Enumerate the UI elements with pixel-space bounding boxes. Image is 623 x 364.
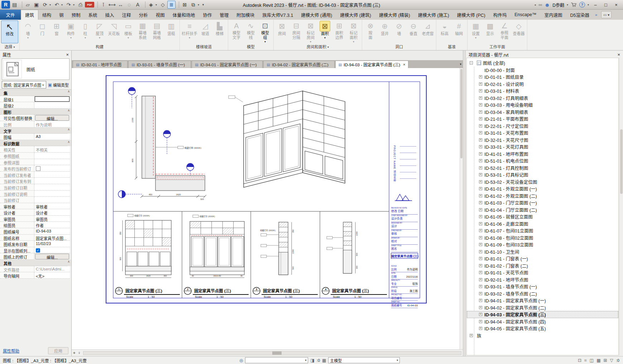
search-icon[interactable]: ○○ [538, 3, 542, 7]
tag-area-button[interactable]: 标记 面积 ▾ [346, 20, 361, 43]
sheet-item[interactable]: + ID-03-04 - 家具明细表 [467, 109, 618, 116]
expand-icon[interactable]: + [479, 145, 482, 148]
customize-qat-icon[interactable]: ▾ [201, 1, 205, 9]
set-workplane-button[interactable]: 设置 ▾ [469, 20, 483, 43]
property-row[interactable]: 可见性/图形替换 编辑... [0, 115, 71, 121]
view-tab[interactable]: ▤ ID-92-01 - 地坪节点图 [73, 61, 128, 68]
ref-plane-button[interactable]: 参照 平面 [497, 20, 512, 43]
default-3d-view-icon[interactable]: ◈ [147, 1, 155, 9]
area-boundary-button[interactable]: 面积 边界 [332, 20, 346, 43]
sep[interactable] [177, 1, 179, 8]
expand-icon[interactable]: + [479, 327, 482, 330]
property-row[interactable]: 参照详图 [0, 159, 71, 166]
expand-icon[interactable]: + [479, 222, 482, 225]
help-arrow-icon[interactable]: ▾ [588, 3, 589, 6]
expand-icon[interactable]: + [479, 180, 482, 183]
pin-icon[interactable]: ⊺ [99, 1, 107, 9]
export-pdf-icon[interactable]: PDF [85, 2, 94, 8]
property-row[interactable]: 标识数据 ∧ [0, 140, 71, 147]
property-row[interactable]: 当前修订发布者 [0, 172, 71, 178]
property-row[interactable]: 审图员 审图员 [0, 216, 71, 222]
select-links-toggle[interactable]: ⊡ [578, 358, 581, 363]
sheet-item[interactable]: + ID-61-02 - 外观立面图 (二) [467, 192, 618, 200]
filter-icon[interactable]: ▽ [610, 358, 613, 363]
view-tab-overflow-icon[interactable]: ▾ [460, 62, 461, 66]
thin-lines-icon[interactable]: ≣ [167, 1, 176, 9]
text-icon[interactable]: A [134, 1, 142, 9]
select-underlay-toggle[interactable]: ⌗ [584, 358, 587, 363]
panel-splitter[interactable] [463, 51, 466, 356]
vertical-opening-button[interactable]: 垂直 [406, 20, 421, 43]
property-row[interactable]: 文件路径 C:\Users\Admi... [0, 266, 71, 273]
level-button[interactable]: 标高 [437, 20, 452, 43]
property-row[interactable]: 图纸发布日期 11/02/23 [0, 241, 71, 247]
file-tab[interactable]: 文件 [0, 10, 21, 20]
measure-icon[interactable]: ⟷ [108, 1, 116, 9]
expand-icon[interactable]: + [479, 89, 482, 92]
sheet-item[interactable]: + ID-93-01 - 墙身节点图 (一) [467, 283, 618, 290]
more-tabs-icon[interactable]: » [593, 10, 599, 20]
design-option-select[interactable]: 主模型▾ [328, 357, 400, 363]
sheet-item[interactable]: + ID-94-03 - 固定家具节点图 (三) [467, 311, 618, 318]
sheet-item[interactable]: + ID-61-04 - 门厅立面图 (二) [467, 206, 618, 214]
close-hidden-windows-icon[interactable]: ⊠ [181, 1, 189, 9]
dormer-opening-button[interactable]: 老虎窗 [421, 20, 435, 43]
wall-opening-button[interactable]: 墙 [392, 20, 406, 43]
ribbon-tab[interactable]: 建模大师 (施工) [414, 10, 453, 20]
drawing-area[interactable]: 2150 900 450 1620 320 暗藏灯带 (3000K) [72, 68, 460, 349]
property-row[interactable]: 相关性 不相关 [0, 146, 71, 153]
property-row[interactable]: 图形 ∧ [0, 109, 71, 115]
tag-room-button[interactable]: 标记 房间 ▾ [303, 20, 318, 43]
tag-icon[interactable]: ◌ [125, 1, 133, 9]
property-row[interactable]: 集 ∧ [0, 90, 71, 96]
switch-windows-icon[interactable]: ⧉ [189, 1, 197, 9]
sheet-item[interactable]: + ID-93-02 - 墙身节点图 (二) [467, 290, 618, 297]
close-button[interactable]: × [612, 2, 620, 8]
expand-icon[interactable]: + [479, 271, 482, 274]
expand-icon[interactable]: + [470, 334, 473, 337]
ribbon-tab[interactable]: 族库大师V7.3.1 [258, 10, 297, 20]
properties-help-link[interactable]: 属性帮助 [3, 348, 19, 354]
sync-arrow-icon[interactable]: ▾ [49, 3, 52, 6]
expand-icon[interactable]: + [479, 166, 482, 169]
property-row[interactable]: 其他 ∧ [0, 260, 71, 266]
sheet-item[interactable]: + ID-81-01 - 门窗表 (一) [467, 255, 618, 262]
property-row[interactable]: 导向轴网 <无> [0, 272, 71, 279]
apply-button[interactable]: 应用 [48, 347, 68, 354]
redo-arrow-icon[interactable]: ▾ [73, 3, 76, 6]
scale-icon[interactable]: ⌖ [73, 350, 76, 355]
sheet-item[interactable]: + ID-33-01 - 天花灯具图 [467, 143, 618, 150]
ribbon-tab[interactable]: 建筑 [21, 10, 38, 20]
sheet-item[interactable]: + ID-61-05 - 就餐区立面图 [467, 213, 618, 220]
expand-icon[interactable]: + [479, 306, 482, 309]
property-row[interactable]: 图纸上的修订 编辑... [0, 253, 71, 260]
ribbon-tab[interactable]: 预制 [68, 10, 85, 20]
collapse-icon[interactable]: - [470, 61, 473, 64]
sheet-item[interactable]: + ID-03-01 - 材料表 [467, 87, 618, 95]
sheet-item[interactable]: + ID-03-02 - 灯具明细表 [467, 95, 618, 102]
ribbon-tab[interactable]: 建模大师 (PC) [453, 10, 489, 20]
property-row[interactable]: 当前修订发布到 [0, 178, 71, 184]
search-back-icon[interactable]: ◂ [534, 3, 536, 6]
sep[interactable] [96, 1, 98, 8]
ui-panels-icon[interactable]: ▤ [10, 1, 19, 9]
floor-button[interactable]: 楼板 ▾ [121, 20, 135, 43]
switch-windows-arrow-icon[interactable]: ▾ [198, 3, 201, 6]
workset-select[interactable]: ▾ [245, 357, 308, 363]
stair-button[interactable]: 楼梯 [212, 20, 227, 43]
view-tab[interactable]: ▤ ID-94-03 - 固定家具节点图 (三) × [335, 61, 409, 68]
drag-on-selection-toggle[interactable]: ⊞ [604, 358, 607, 363]
expand-icon[interactable]: + [479, 159, 482, 162]
sheet-item[interactable]: + ID-03-03 - 用电设备明细 [467, 101, 618, 109]
property-row[interactable]: 显示在图纸列... [0, 247, 71, 254]
select-pinned-toggle[interactable]: ◫ [590, 358, 594, 363]
expand-icon[interactable]: + [479, 215, 482, 218]
property-row[interactable]: 当前修订 [0, 197, 71, 203]
sheets-root-node[interactable]: - 图纸 (全部) [467, 59, 618, 67]
expand-icon[interactable]: + [479, 278, 482, 281]
property-row[interactable]: 发布的当前修订 [0, 165, 71, 172]
model-text-button[interactable]: 模型 文字 [229, 20, 244, 43]
railing-button[interactable]: 栏杆扶手 ▾ [181, 20, 198, 43]
modify-button[interactable]: 修改 [1, 20, 18, 43]
component-button[interactable]: 构件 ▾ [64, 20, 78, 43]
